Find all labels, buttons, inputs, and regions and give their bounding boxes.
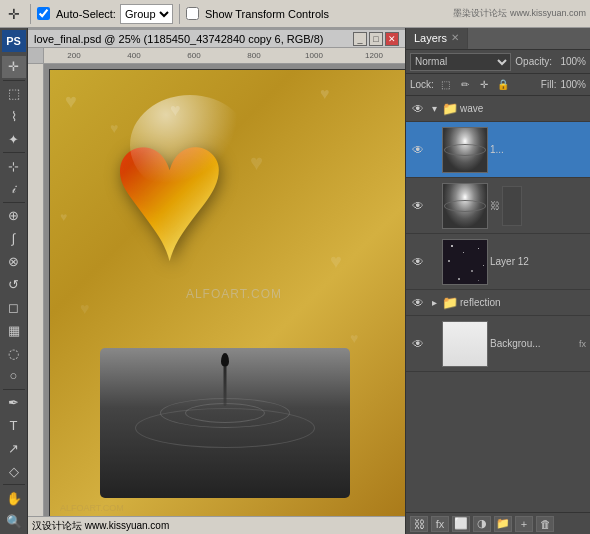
history-brush[interactable]: ↺ xyxy=(2,274,26,296)
lock-label: Lock: xyxy=(410,79,434,90)
eye-reflection[interactable]: 👁 xyxy=(410,295,426,311)
ps-logo: PS xyxy=(2,30,26,52)
ruler-row: 200 400 600 800 1000 1200 xyxy=(28,48,405,64)
text-tool[interactable]: T xyxy=(2,415,26,437)
layers-tab-bar: Layers ✕ xyxy=(406,28,590,50)
move-tool-icon[interactable]: ✛ xyxy=(4,4,24,24)
thumb-side xyxy=(502,186,522,226)
eye-layer1[interactable]: 👁 xyxy=(410,142,426,158)
layers-list: 👁 ▾ 📁 wave 👁 1... 👁 xyxy=(406,96,590,512)
layers-tab-label: Layers xyxy=(414,32,447,44)
thumb-ripple2 xyxy=(443,184,487,228)
dodge-tool[interactable]: ○ xyxy=(2,365,26,387)
crop-tool[interactable]: ⊹ xyxy=(2,155,26,177)
auto-select-checkbox[interactable] xyxy=(37,7,50,20)
tab-close-icon[interactable]: ✕ xyxy=(451,32,459,43)
expand-wave[interactable]: ▾ xyxy=(428,103,440,115)
site-text: 墨染设计论坛 www.kissyuan.com xyxy=(453,7,586,20)
watermark: ALFOART.COM xyxy=(186,287,282,301)
bottom-bar: 汉设计论坛 www.kissyuan.com xyxy=(28,516,405,534)
thumb-stars xyxy=(443,240,487,284)
layer-12[interactable]: 👁 Layer 12 xyxy=(406,234,590,290)
close-button[interactable]: ✕ xyxy=(385,32,399,46)
blend-mode-select[interactable]: Normal xyxy=(410,53,511,71)
divider-2 xyxy=(179,4,180,24)
new-layer-btn[interactable]: + xyxy=(515,516,533,532)
layers-tab[interactable]: Layers ✕ xyxy=(406,28,468,49)
eye-layer2[interactable]: 👁 xyxy=(410,198,426,214)
layer-wave-group[interactable]: 👁 ▾ 📁 wave xyxy=(406,96,590,122)
thumb-layer12 xyxy=(442,239,488,285)
eye-background[interactable]: 👁 xyxy=(410,336,426,352)
adjustment-btn[interactable]: ◑ xyxy=(473,516,491,532)
shape-tool[interactable]: ◇ xyxy=(2,460,26,482)
group-btn[interactable]: 📁 xyxy=(494,516,512,532)
eye-wave[interactable]: 👁 xyxy=(410,101,426,117)
magic-wand-tool[interactable]: ✦ xyxy=(2,128,26,150)
clone-tool[interactable]: ⊗ xyxy=(2,251,26,273)
lock-transparent-btn[interactable]: ⬚ xyxy=(438,77,454,93)
marquee-tool[interactable]: ⬚ xyxy=(2,83,26,105)
divider-1 xyxy=(30,4,31,24)
minimize-button[interactable]: _ xyxy=(353,32,367,46)
toolbar-right: 墨染设计论坛 www.kissyuan.com xyxy=(453,7,586,20)
canvas-wrapper: love_final.psd @ 25% (1185450_43742840 c… xyxy=(28,28,405,534)
eyedropper-tool[interactable]: 𝒾 xyxy=(2,178,26,200)
canvas-title: love_final.psd @ 25% (1185450_43742840 c… xyxy=(34,33,323,45)
layers-panel: Layers ✕ Normal Opacity: 100% Lock: ⬚ ✏ … xyxy=(405,28,590,534)
gradient-tool[interactable]: ▦ xyxy=(2,319,26,341)
ruler-corner xyxy=(28,48,44,64)
thumb-layer1 xyxy=(442,127,488,173)
blend-mode-row: Normal Opacity: 100% xyxy=(406,50,590,74)
zoom-tool[interactable]: 🔍 xyxy=(2,510,26,532)
transform-label: Show Transform Controls xyxy=(205,8,329,20)
canvas-display[interactable]: ♥ ♥ ♥ ♥ ♥ ♥ ♥ ♥ ♥ ♥ ALFOART.COM xyxy=(44,64,405,516)
maximize-button[interactable]: □ xyxy=(369,32,383,46)
healing-tool[interactable]: ⊕ xyxy=(2,205,26,227)
delete-layer-btn[interactable]: 🗑 xyxy=(536,516,554,532)
canvas-bottom-watermark: ALFOART.COM xyxy=(60,503,124,513)
lock-row: Lock: ⬚ ✏ ✛ 🔒 Fill: 100% xyxy=(406,74,590,96)
top-toolbar: ✛ Auto-Select: Group Show Transform Cont… xyxy=(0,0,590,28)
layer-1-name: 1... xyxy=(490,144,586,155)
lock-all-btn[interactable]: 🔒 xyxy=(495,77,511,93)
layer-reflection-group[interactable]: 👁 ▸ 📁 reflection xyxy=(406,290,590,316)
add-mask-btn[interactable]: ⬜ xyxy=(452,516,470,532)
lock-image-btn[interactable]: ✏ xyxy=(457,77,473,93)
lock-position-btn[interactable]: ✛ xyxy=(476,77,492,93)
main-area: PS ✛ ⬚ ⌇ ✦ ⊹ 𝒾 ⊕ ∫ ⊗ ↺ ◻ ▦ ◌ ○ ✒ T ↗ ◇ ✋… xyxy=(0,28,590,534)
blur-tool[interactable]: ◌ xyxy=(2,342,26,364)
layer-waterdrop2[interactable]: 👁 ⛓ xyxy=(406,178,590,234)
fill-label: Fill: xyxy=(541,79,557,90)
expand-reflection[interactable]: ▸ xyxy=(428,297,440,309)
folder-reflection: 📁 xyxy=(442,295,458,311)
layer-waterdrop1[interactable]: 👁 1... xyxy=(406,122,590,178)
tool-divider-4 xyxy=(3,389,25,390)
horizontal-ruler: 200 400 600 800 1000 1200 xyxy=(44,48,405,64)
path-select[interactable]: ↗ xyxy=(2,438,26,460)
auto-select-dropdown[interactable]: Group xyxy=(120,4,173,24)
auto-select-label: Auto-Select: xyxy=(56,8,116,20)
transform-checkbox[interactable] xyxy=(186,7,199,20)
chain-icon[interactable]: ⛓ xyxy=(490,198,500,214)
tool-divider-3 xyxy=(3,202,25,203)
thumb-bg-fill xyxy=(443,322,487,366)
left-toolbox: PS ✛ ⬚ ⌇ ✦ ⊹ 𝒾 ⊕ ∫ ⊗ ↺ ◻ ▦ ◌ ○ ✒ T ↗ ◇ ✋… xyxy=(0,28,28,534)
link-layers-btn[interactable]: ⛓ xyxy=(410,516,428,532)
layer-12-name: Layer 12 xyxy=(490,256,586,267)
move-tool[interactable]: ✛ xyxy=(2,56,26,78)
fill-value: 100% xyxy=(560,79,586,90)
tool-divider-5 xyxy=(3,484,25,485)
pen-tool[interactable]: ✒ xyxy=(2,392,26,414)
water-drop xyxy=(221,353,229,367)
add-style-btn[interactable]: fx xyxy=(431,516,449,532)
tool-divider-1 xyxy=(3,80,25,81)
opacity-label: Opacity: xyxy=(515,56,552,67)
folder-wave: 📁 xyxy=(442,101,458,117)
layer-background[interactable]: 👁 Backgrou... fx xyxy=(406,316,590,372)
eraser-tool[interactable]: ◻ xyxy=(2,296,26,318)
hand-tool[interactable]: ✋ xyxy=(2,487,26,509)
lasso-tool[interactable]: ⌇ xyxy=(2,106,26,128)
brush-tool[interactable]: ∫ xyxy=(2,228,26,250)
eye-layer12[interactable]: 👁 xyxy=(410,254,426,270)
